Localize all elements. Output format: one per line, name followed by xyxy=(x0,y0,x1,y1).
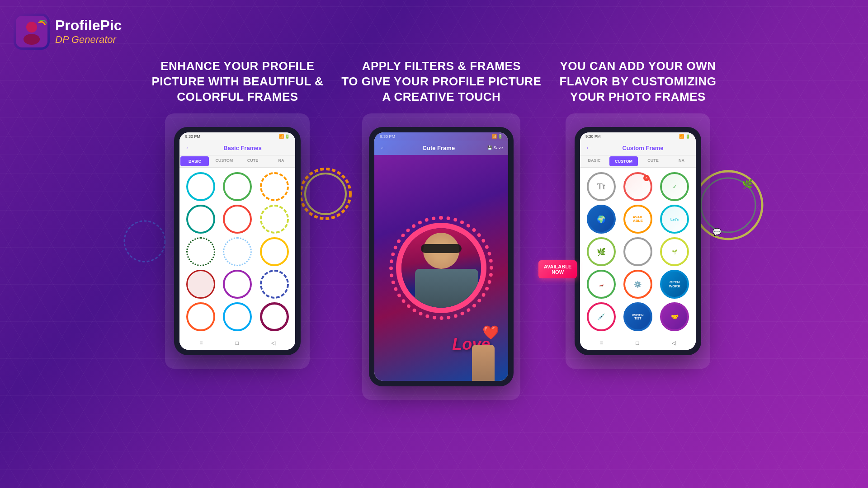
back-arrow-1[interactable]: ← xyxy=(185,144,191,151)
phone-inner-1: 9:30 PM 📶 🔋 ← Basic Frames BASIC CUSTOM xyxy=(179,132,295,350)
nav-menu[interactable]: ≡ xyxy=(200,340,203,346)
status-bar-2: 9:30 PM 📶 🔋 xyxy=(374,132,508,141)
frame-circle-5[interactable] xyxy=(223,205,252,234)
back-arrow-2[interactable]: ← xyxy=(380,144,386,151)
custom-frame-scientist[interactable]: #SCIENTIST xyxy=(623,302,652,331)
svg-point-5 xyxy=(305,174,346,214)
tab-basic-3[interactable]: BASIC xyxy=(580,155,609,167)
frame-circle-10[interactable] xyxy=(186,270,215,299)
phone-header-3: ← Custom Frame xyxy=(580,141,696,155)
frame-circle-15[interactable] xyxy=(260,302,289,331)
main-content: ENHANCE YOUR PROFILEPICTURE WITH BEAUTIF… xyxy=(0,59,868,488)
svg-text:🌿: 🌿 xyxy=(742,178,753,189)
panel1-wrapper: 9:30 PM 📶 🔋 ← Basic Frames BASIC CUSTOM xyxy=(165,113,310,369)
panel-2: APPLY FILTERS & FRAMESTO GIVE YOUR PROFI… xyxy=(341,59,541,400)
panel2-title: APPLY FILTERS & FRAMESTO GIVE YOUR PROFI… xyxy=(341,59,541,104)
header-title-2: Cute Frame xyxy=(390,145,487,151)
frame-circle-12[interactable] xyxy=(260,270,289,299)
outer-dot-ring xyxy=(389,216,493,320)
frame-circle-2[interactable] xyxy=(223,172,252,201)
tab-custom-3[interactable]: CUSTOM xyxy=(609,156,638,166)
nav-back-3[interactable]: ◁ xyxy=(672,340,676,346)
portrait-frame xyxy=(396,223,486,313)
back-arrow-3[interactable]: ← xyxy=(585,144,592,151)
tab-na-3[interactable]: NA xyxy=(667,155,696,167)
custom-frame-vaccine[interactable]: 💉 xyxy=(587,302,616,331)
frame-circle-8[interactable] xyxy=(223,237,252,266)
phone-inner-2: 9:30 PM 📶 🔋 ← Cute Frame 💾 Save xyxy=(374,132,508,381)
frame-circle-14[interactable] xyxy=(223,302,252,331)
frame-grid-1 xyxy=(179,168,295,336)
logo-area: ProfilePic DP Generator xyxy=(14,14,122,50)
tab-bar-3: BASIC CUSTOM CUTE NA xyxy=(580,155,696,168)
frame-circle-9[interactable] xyxy=(260,237,289,266)
custom-frame-planet[interactable]: 🌍 xyxy=(587,205,616,234)
deco-zigzag-left xyxy=(122,196,167,286)
svg-point-3 xyxy=(124,221,165,262)
frame-circle-7[interactable] xyxy=(186,237,215,266)
panel3-phone-area: 🌿 💬 AVAILABLENOW 9:30 PM 📶 🔋 ← xyxy=(566,113,710,369)
custom-frame-green[interactable]: ✓ xyxy=(660,172,689,201)
frame-circle-3[interactable] xyxy=(260,172,289,201)
frame-circle-13[interactable] xyxy=(186,302,215,331)
custom-frame-yg[interactable]: 🌱 xyxy=(660,237,689,266)
cute-header: ← Cute Frame 💾 Save xyxy=(374,141,508,155)
panel-3: YOU CAN ADD YOUR OWNFLAVOR BY CUSTOMIZIN… xyxy=(559,59,716,369)
svg-text:💬: 💬 xyxy=(712,228,722,236)
heart-deco: ❤️ xyxy=(482,324,499,340)
panel1-title: ENHANCE YOUR PROFILEPICTURE WITH BEAUTIF… xyxy=(151,59,323,104)
frame-grid-3: Tt ✕ ✓ 🌍 xyxy=(580,168,696,336)
nav-menu-3[interactable]: ≡ xyxy=(600,340,603,346)
panel2-wrapper: 9:30 PM 📶 🔋 ← Cute Frame 💾 Save xyxy=(362,113,520,400)
available-now-badge: AVAILABLENOW xyxy=(538,260,577,278)
status-icons-2: 📶 🔋 xyxy=(492,134,503,139)
tab-custom-1[interactable]: CUSTOM xyxy=(210,155,238,167)
header-title-1: Basic Frames xyxy=(195,145,290,151)
panel-1: ENHANCE YOUR PROFILEPICTURE WITH BEAUTIF… xyxy=(151,59,323,369)
save-button[interactable]: 💾 Save xyxy=(487,145,503,150)
frame-circle-4[interactable] xyxy=(186,205,215,234)
phone-mockup-2: 9:30 PM 📶 🔋 ← Cute Frame 💾 Save xyxy=(369,127,514,386)
custom-frame-volunteer[interactable]: 🤝 xyxy=(660,302,689,331)
custom-frame-race[interactable]: 🏎️ xyxy=(587,270,616,299)
phone-nav-1: ≡ □ ◁ xyxy=(179,336,295,350)
custom-frame-available[interactable]: AVAILABLE xyxy=(623,205,652,234)
app-logo-icon xyxy=(14,14,50,50)
cute-frame-canvas: Love ❤️ xyxy=(374,155,508,381)
time-3: 9:30 PM xyxy=(585,134,601,139)
custom-frame-gray[interactable] xyxy=(623,237,652,266)
panel3-title: YOU CAN ADD YOUR OWNFLAVOR BY CUSTOMIZIN… xyxy=(559,59,716,104)
nav-home-3[interactable]: □ xyxy=(636,340,639,346)
custom-frame-work[interactable]: OPENWORK xyxy=(660,270,689,299)
tab-cute-3[interactable]: CUTE xyxy=(639,155,667,167)
time-2: 9:30 PM xyxy=(380,134,395,139)
custom-frame-plant[interactable]: 🌿 xyxy=(587,237,616,266)
frame-circle-1[interactable] xyxy=(186,172,215,201)
logo-text: ProfilePic DP Generator xyxy=(55,18,122,45)
status-icons-1: 📶 🔋 xyxy=(279,134,290,139)
frame-circle-11[interactable] xyxy=(223,270,252,299)
phone-mockup-1: 9:30 PM 📶 🔋 ← Basic Frames BASIC CUSTOM xyxy=(174,127,301,355)
frame-circle-6[interactable] xyxy=(260,205,289,234)
portrait-hand xyxy=(472,345,495,381)
app-subtitle: DP Generator xyxy=(55,34,122,46)
phone-nav-3: ≡ □ ◁ xyxy=(580,336,696,350)
panel3-wrapper: 9:30 PM 📶 🔋 ← Custom Frame BASIC CUSTOM xyxy=(566,113,710,369)
svg-point-1 xyxy=(26,22,37,33)
custom-frame-red[interactable]: ✕ xyxy=(623,172,652,201)
status-bar-3: 9:30 PM 📶 🔋 xyxy=(580,132,696,141)
nav-home[interactable]: □ xyxy=(236,340,239,346)
header-title-3: Custom Frame xyxy=(595,145,690,151)
custom-frame-settings[interactable]: ⚙️ xyxy=(623,270,652,299)
tab-bar-1: BASIC CUSTOM CUTE NA xyxy=(179,155,295,168)
tab-na-1[interactable]: NA xyxy=(267,155,295,167)
tab-basic[interactable]: BASIC xyxy=(180,156,209,166)
tab-cute-1[interactable]: CUTE xyxy=(238,155,267,167)
panel1-phone-area: 9:30 PM 📶 🔋 ← Basic Frames BASIC CUSTOM xyxy=(165,113,310,369)
custom-frame-lets[interactable]: Let's xyxy=(660,205,689,234)
phone-mockup-3: 9:30 PM 📶 🔋 ← Custom Frame BASIC CUSTOM xyxy=(575,127,701,355)
nav-back[interactable]: ◁ xyxy=(271,340,275,346)
custom-frame-tt[interactable]: Tt xyxy=(587,172,616,201)
phone-inner-3: 9:30 PM 📶 🔋 ← Custom Frame BASIC CUSTOM xyxy=(580,132,696,350)
status-bar-1: 9:30 PM 📶 🔋 xyxy=(179,132,295,141)
